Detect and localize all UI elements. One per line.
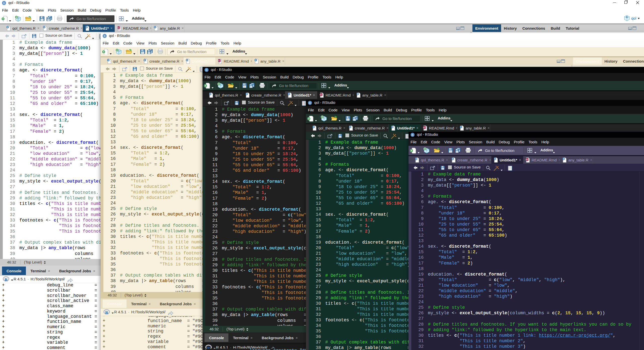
svg-text:R: R <box>288 93 290 95</box>
svg-text:R: R <box>7 26 9 28</box>
svg-text:R: R <box>626 16 628 18</box>
svg-text:R: R <box>255 59 257 61</box>
svg-text:Rmd: Rmd <box>526 159 529 160</box>
svg-text:R: R <box>186 59 188 61</box>
svg-text:R: R <box>154 26 156 28</box>
svg-text:Rmd: Rmd <box>423 127 426 128</box>
svg-text:R: R <box>105 310 108 315</box>
svg-text:R: R <box>86 26 87 28</box>
svg-text:R: R <box>5 277 8 282</box>
svg-text:R: R <box>349 126 351 128</box>
svg-text:R: R <box>494 158 496 160</box>
svg-text:Rmd: Rmd <box>218 60 221 62</box>
svg-text:R: R <box>392 126 393 128</box>
svg-text:R: R <box>416 158 417 160</box>
svg-text:Rmd: Rmd <box>320 94 323 96</box>
svg-text:Rmd: Rmd <box>117 27 120 29</box>
svg-text:R: R <box>452 158 454 160</box>
svg-text:R: R <box>460 126 462 128</box>
svg-text:R: R <box>144 59 146 61</box>
svg-text:R: R <box>246 93 248 95</box>
svg-text:R: R <box>44 26 45 28</box>
svg-text:R: R <box>313 126 314 128</box>
svg-text:R: R <box>563 158 565 160</box>
svg-text:R: R <box>357 93 358 95</box>
svg-text:R: R <box>210 93 211 95</box>
svg-text:R: R <box>108 59 109 61</box>
